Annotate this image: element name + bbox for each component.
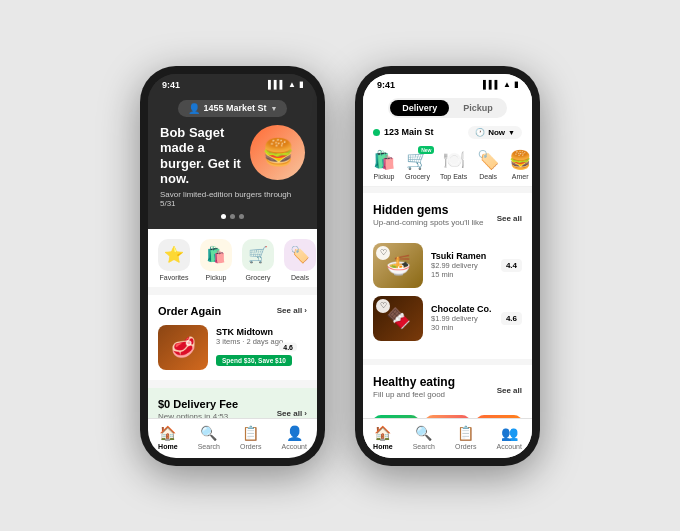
- cat2-deals[interactable]: 🏷️ Deals: [477, 149, 499, 180]
- cat-grocery[interactable]: 🛒 Grocery: [242, 239, 274, 281]
- healthy-img-1: Spend $30, Save $10 🥗: [373, 415, 419, 418]
- cat2-label-pickup: Pickup: [373, 173, 394, 180]
- time-selector[interactable]: 🕐 Now ▼: [468, 126, 522, 139]
- cat-label-deals: Deals: [291, 274, 309, 281]
- nav-account-left[interactable]: 👤 Account: [282, 425, 307, 450]
- new-badge-grocery: New: [418, 146, 434, 154]
- clock-icon: 🕐: [475, 128, 485, 137]
- chocolate-rating: 4.6: [501, 312, 522, 325]
- home-icon-left: 🏠: [159, 425, 176, 441]
- delivery-fee-see-all[interactable]: See all ›: [277, 409, 307, 418]
- address-bar-left[interactable]: 👤 1455 Market St ▼: [178, 100, 288, 117]
- time-right: 9:41: [377, 80, 395, 90]
- wifi-icon: ▲: [288, 80, 296, 89]
- cat-icon-deals: 🏷️: [284, 239, 316, 271]
- nav-label-search-left: Search: [198, 443, 220, 450]
- cat-icon-grocery: 🛒: [242, 239, 274, 271]
- tsuki-name: Tsuki Ramen: [431, 251, 493, 261]
- hidden-gems-header: Hidden gems Up-and-coming spots you'll l…: [373, 203, 522, 235]
- hidden-gems-section: Hidden gems Up-and-coming spots you'll l…: [363, 193, 532, 359]
- nav-search-left[interactable]: 🔍 Search: [198, 425, 220, 450]
- phone-left: 9:41 ▌▌▌ ▲ ▮ 👤 1455 Market St ▼ 🍔 Bob Sa…: [140, 66, 325, 466]
- cat2-top-eats[interactable]: 🍽️ Top Eats: [440, 149, 467, 180]
- cat2-icon-top-eats: 🍽️: [443, 149, 465, 171]
- cat2-label-grocery: Grocery: [405, 173, 430, 180]
- restaurant-name: STK Midtown: [216, 327, 307, 337]
- delivery-fee-header: $0 Delivery Fee New options in 4:53 See …: [158, 398, 307, 418]
- tsuki-delivery: $2.99 delivery: [431, 261, 493, 270]
- chocolate-name: Chocolate Co.: [431, 304, 493, 314]
- time-left: 9:41: [162, 80, 180, 90]
- tsuki-image: ♡ 🍜: [373, 243, 423, 288]
- order-again-header: Order Again See all ›: [158, 305, 307, 317]
- dot-2: [230, 214, 235, 219]
- location-dot: [373, 129, 380, 136]
- cat-favorites[interactable]: ⭐ Favorites: [158, 239, 190, 281]
- orders-icon-left: 📋: [242, 425, 259, 441]
- dot-3: [239, 214, 244, 219]
- nav-account-right[interactable]: 👥 Account: [497, 425, 522, 450]
- nav-label-home-right: Home: [373, 443, 392, 450]
- wifi-icon-right: ▲: [503, 80, 511, 89]
- nav-orders-right[interactable]: 📋 Orders: [455, 425, 476, 450]
- nav-home-left[interactable]: 🏠 Home: [158, 425, 177, 450]
- restaurant-card-chocolate[interactable]: ♡ 🍫 Chocolate Co. $1.99 delivery 30 min …: [373, 296, 522, 341]
- nav-search-right[interactable]: 🔍 Search: [413, 425, 435, 450]
- cat2-grocery[interactable]: 🛒New Grocery: [405, 149, 430, 180]
- delivery-pickup-toggle: Delivery Pickup: [363, 92, 532, 122]
- healthy-eating-see-all[interactable]: See all: [497, 386, 522, 395]
- nav-label-account-right: Account: [497, 443, 522, 450]
- hidden-gems-title: Hidden gems: [373, 203, 483, 217]
- delivery-fee-section: $0 Delivery Fee New options in 4:53 See …: [148, 388, 317, 418]
- nav-label-orders-right: Orders: [455, 443, 476, 450]
- cat-label-grocery: Grocery: [246, 274, 271, 281]
- address-text-left: 1455 Market St: [204, 103, 267, 113]
- chevron-icon: ▼: [271, 105, 278, 112]
- healthy-img-3: 🥘: [476, 415, 522, 418]
- nav-home-right[interactable]: 🏠 Home: [373, 425, 392, 450]
- nav-orders-left[interactable]: 📋 Orders: [240, 425, 261, 450]
- categories-row-right: 🛍️ Pickup 🛒New Grocery 🍽️ Top Eats 🏷️ De…: [363, 143, 532, 187]
- nav-label-orders-left: Orders: [240, 443, 261, 450]
- order-again-see-all[interactable]: See all ›: [277, 306, 307, 315]
- chocolate-image: ♡ 🍫: [373, 296, 423, 341]
- heart-chocolate[interactable]: ♡: [376, 299, 390, 313]
- battery-icon-right: ▮: [514, 80, 518, 89]
- pickup-toggle-btn[interactable]: Pickup: [451, 100, 505, 116]
- heart-tsuki[interactable]: ♡: [376, 246, 390, 260]
- cat2-pickup[interactable]: 🛍️ Pickup: [373, 149, 395, 180]
- hero-image: 🍔: [250, 125, 305, 180]
- cat-label-favorites: Favorites: [160, 274, 189, 281]
- healthy-images-row: Spend $30, Save $10 🥗 ♡ 🍱 🥘: [373, 415, 522, 418]
- scroll-area-left: ⭐ Favorites 🛍️ Pickup 🛒 Grocery 🏷️ Deals…: [148, 229, 317, 418]
- nav-label-home-left: Home: [158, 443, 177, 450]
- healthy-eating-title: Healthy eating: [373, 375, 455, 389]
- home-icon-right: 🏠: [374, 425, 391, 441]
- carousel-dots: [160, 214, 305, 219]
- status-icons-right: ▌▌▌ ▲ ▮: [483, 80, 518, 89]
- cat-pickup[interactable]: 🛍️ Pickup: [200, 239, 232, 281]
- phone-right: 9:41 ▌▌▌ ▲ ▮ Delivery Pickup 123 Main St…: [355, 66, 540, 466]
- cat-icon-pickup: 🛍️: [200, 239, 232, 271]
- chocolate-time: 30 min: [431, 323, 493, 332]
- cat-icon-favorites: ⭐: [158, 239, 190, 271]
- cat-deals[interactable]: 🏷️ Deals: [284, 239, 316, 281]
- battery-icon: ▮: [299, 80, 303, 89]
- restaurant-card-tsuki[interactable]: ♡ 🍜 Tsuki Ramen $2.99 delivery 15 min 4.…: [373, 243, 522, 288]
- status-bar-right: 9:41 ▌▌▌ ▲ ▮: [363, 74, 532, 92]
- cat2-amer[interactable]: 🍔 Amer: [509, 149, 531, 180]
- hidden-gems-see-all[interactable]: See all: [497, 214, 522, 223]
- categories-row-left: ⭐ Favorites 🛍️ Pickup 🛒 Grocery 🏷️ Deals…: [148, 229, 317, 287]
- healthy-eating-header: Healthy eating Fill up and feel good See…: [373, 375, 522, 407]
- delivery-toggle-btn[interactable]: Delivery: [390, 100, 449, 116]
- hidden-gems-subtitle: Up-and-coming spots you'll like: [373, 218, 483, 227]
- status-icons-left: ▌▌▌ ▲ ▮: [268, 80, 303, 89]
- cat2-icon-amer: 🍔: [509, 149, 531, 171]
- orders-icon-right: 📋: [457, 425, 474, 441]
- account-icon-right: 👥: [501, 425, 518, 441]
- search-icon-left: 🔍: [200, 425, 217, 441]
- order-card[interactable]: 🥩 STK Midtown 3 items · 2 days ago Spend…: [158, 325, 307, 370]
- signal-icon-right: ▌▌▌: [483, 80, 500, 89]
- nav-label-search-right: Search: [413, 443, 435, 450]
- cat-label-pickup: Pickup: [205, 274, 226, 281]
